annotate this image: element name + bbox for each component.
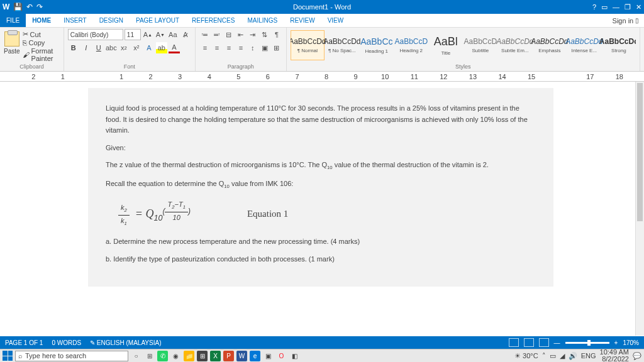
tab-file[interactable]: FILE <box>0 14 26 27</box>
view-web-icon[interactable] <box>539 338 549 347</box>
shading-icon[interactable]: ▣ <box>259 42 270 53</box>
status-page[interactable]: PAGE 1 OF 1 <box>5 339 43 346</box>
bullets-icon[interactable]: ≔ <box>199 29 211 40</box>
chrome-icon[interactable]: ◉ <box>170 351 181 361</box>
tray-notif-icon[interactable]: 💬 <box>633 352 641 360</box>
italic-icon[interactable]: I <box>80 42 92 53</box>
status-words[interactable]: 0 WORDS <box>52 339 81 346</box>
store-icon[interactable]: ⊞ <box>197 351 208 361</box>
ruler[interactable]: 211234567891011121314151718 <box>0 72 644 82</box>
tab-home[interactable]: HOME <box>26 14 57 27</box>
status-lang[interactable]: ✎ ENGLISH (MALAYSIA) <box>90 339 161 346</box>
app-icon[interactable]: ▣ <box>263 351 274 361</box>
tray-battery-icon[interactable]: ▭ <box>550 352 556 360</box>
style-intense-e-[interactable]: AaBbCcDdIntense E... <box>567 30 601 60</box>
numbering-icon[interactable]: ≕ <box>211 29 223 40</box>
style-subtitle[interactable]: AaBbCcDSubtitle <box>464 30 497 60</box>
change-case-icon[interactable]: Aa <box>167 29 179 40</box>
tray-wifi-icon[interactable]: ◢ <box>560 352 565 360</box>
highlight-icon[interactable]: ab <box>156 42 167 53</box>
undo-icon[interactable]: ↶ <box>26 3 33 11</box>
tray-lang[interactable]: ENG <box>581 352 596 359</box>
zoom-slider[interactable] <box>565 342 609 344</box>
strike-icon[interactable]: abc <box>106 42 117 53</box>
align-left-icon[interactable]: ≡ <box>199 42 211 53</box>
superscript-icon[interactable]: x² <box>131 42 142 53</box>
dec-indent-icon[interactable]: ⇤ <box>235 29 247 40</box>
edge-icon[interactable]: e <box>250 351 260 361</box>
line-spacing-icon[interactable]: ↕ <box>247 42 258 53</box>
weather-widget[interactable]: ☀ 30°C <box>514 352 538 360</box>
maximize-icon[interactable]: ❐ <box>625 3 631 11</box>
style-strong[interactable]: AaBbCcDcStrong <box>602 30 636 60</box>
view-read-icon[interactable] <box>509 338 519 347</box>
explorer-icon[interactable]: 📁 <box>184 351 194 361</box>
signin-link[interactable]: Sign in ▯ <box>608 14 644 27</box>
tab-design[interactable]: DESIGN <box>93 14 130 27</box>
cut-button[interactable]: ✂Cut <box>23 30 60 38</box>
save-icon[interactable]: 💾 <box>13 3 23 11</box>
group-styles: Styles <box>287 63 640 70</box>
excel-icon[interactable]: X <box>210 351 221 361</box>
tab-review[interactable]: REVIEW <box>284 14 321 27</box>
style-heading-2[interactable]: AaBbCcDHeading 2 <box>394 30 428 60</box>
align-center-icon[interactable]: ≡ <box>211 42 223 53</box>
opera-icon[interactable]: O <box>276 351 287 361</box>
style--normal[interactable]: AaBbCcDd¶ Normal <box>291 30 325 60</box>
scrollbar[interactable] <box>635 82 644 336</box>
font-name-combo[interactable]: Calibri (Body) <box>68 29 123 40</box>
show-marks-icon[interactable]: ¶ <box>271 29 282 40</box>
justify-icon[interactable]: ≡ <box>235 42 247 53</box>
tab-mailings[interactable]: MAILINGS <box>241 14 284 27</box>
sort-icon[interactable]: ⇅ <box>259 29 270 40</box>
font-color-icon[interactable]: A <box>169 42 180 53</box>
style-subtle-em-[interactable]: AaBbCcDdSubtle Em... <box>498 30 532 60</box>
view-print-icon[interactable] <box>524 338 534 347</box>
ppt-icon[interactable]: P <box>223 351 234 361</box>
zoom-level[interactable]: 170% <box>623 339 639 346</box>
style-heading-1[interactable]: AaBbCcHeading 1 <box>360 30 394 60</box>
taskbar-search[interactable]: ⌕Type here to search <box>15 351 128 361</box>
format-painter-button[interactable]: 🖌Format Painter <box>23 47 60 62</box>
minimize-icon[interactable]: ― <box>613 3 619 11</box>
style-title[interactable]: AaBlTitle <box>429 30 463 60</box>
bold-icon[interactable]: B <box>68 42 79 53</box>
redo-icon[interactable]: ↷ <box>36 3 43 11</box>
subscript-icon[interactable]: x2 <box>118 42 130 53</box>
style--no-spac-[interactable]: AaBbCcDd¶ No Spac... <box>325 30 359 60</box>
body-qa: a. Determine the new process temperature… <box>106 236 536 248</box>
tray-sound-icon[interactable]: 🔊 <box>569 352 577 360</box>
text-effects-icon[interactable]: A <box>143 42 155 53</box>
word-taskbar-icon[interactable]: W <box>236 351 247 361</box>
align-right-icon[interactable]: ≡ <box>223 42 235 53</box>
inc-indent-icon[interactable]: ⇥ <box>247 29 258 40</box>
tab-references[interactable]: REFERENCES <box>186 14 241 27</box>
clear-format-icon[interactable]: A̷ <box>180 29 191 40</box>
group-clipboard: Clipboard <box>0 63 64 70</box>
equation: k2k1 = Q10(T2−T110) <box>118 199 191 228</box>
whatsapp-icon[interactable]: ✆ <box>157 351 168 361</box>
zoom-out-icon[interactable]: ― <box>554 339 560 346</box>
multilevel-icon[interactable]: ⊟ <box>223 29 235 40</box>
close-icon[interactable]: ✕ <box>636 3 641 11</box>
ribbon-opts-icon[interactable]: ▭ <box>601 3 608 11</box>
tab-pagelayout[interactable]: PAGE LAYOUT <box>130 14 186 27</box>
help-icon[interactable]: ? <box>592 3 596 11</box>
zoom-in-icon[interactable]: + <box>614 339 618 346</box>
style-emphasis[interactable]: AaBbCcDdEmphasis <box>533 30 567 60</box>
taskview-icon[interactable]: ⊞ <box>144 351 155 361</box>
grow-font-icon[interactable]: A▲ <box>142 29 153 40</box>
copy-button[interactable]: ⎘Copy <box>23 39 60 47</box>
shrink-font-icon[interactable]: A▼ <box>155 29 166 40</box>
tab-view[interactable]: VIEW <box>321 14 350 27</box>
app2-icon[interactable]: ◧ <box>289 351 300 361</box>
tab-insert[interactable]: INSERT <box>57 14 93 27</box>
tray-chevron-icon[interactable]: ˄ <box>542 352 546 360</box>
borders-icon[interactable]: ⊞ <box>271 42 282 53</box>
document-area[interactable]: Liquid food is processed at a holding te… <box>0 82 644 348</box>
font-size-combo[interactable]: 11 <box>125 29 141 40</box>
underline-icon[interactable]: U <box>93 42 104 53</box>
cortana-icon[interactable]: ○ <box>131 351 142 361</box>
start-button[interactable] <box>3 351 13 361</box>
tray-clock[interactable]: 10:49 AM8/2/2022 <box>600 349 629 362</box>
